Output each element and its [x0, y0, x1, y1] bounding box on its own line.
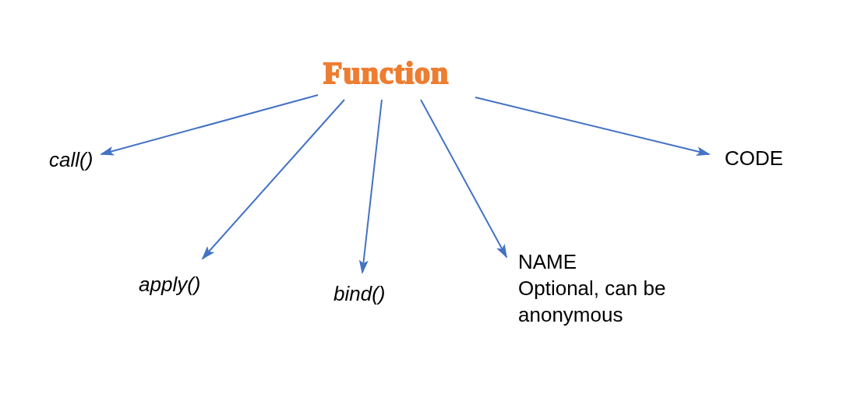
arrow-to-apply — [203, 100, 344, 259]
node-name-line1: NAME — [518, 249, 665, 276]
arrow-to-bind — [362, 100, 382, 273]
node-apply: apply() — [139, 273, 200, 297]
diagram-title: Function — [323, 55, 449, 91]
node-code: CODE — [725, 146, 783, 171]
node-name-line3: anonymous — [518, 302, 665, 329]
node-name-line2: Optional, can be — [518, 276, 665, 302]
arrow-to-code — [475, 97, 709, 154]
arrow-to-call — [101, 95, 318, 154]
diagram-canvas: Function call() apply() bind() NAME Opti… — [0, 0, 868, 419]
node-bind: bind() — [333, 282, 385, 306]
node-name: NAME Optional, can be anonymous — [518, 249, 665, 328]
arrow-to-name — [421, 100, 506, 257]
node-call: call() — [49, 148, 93, 172]
